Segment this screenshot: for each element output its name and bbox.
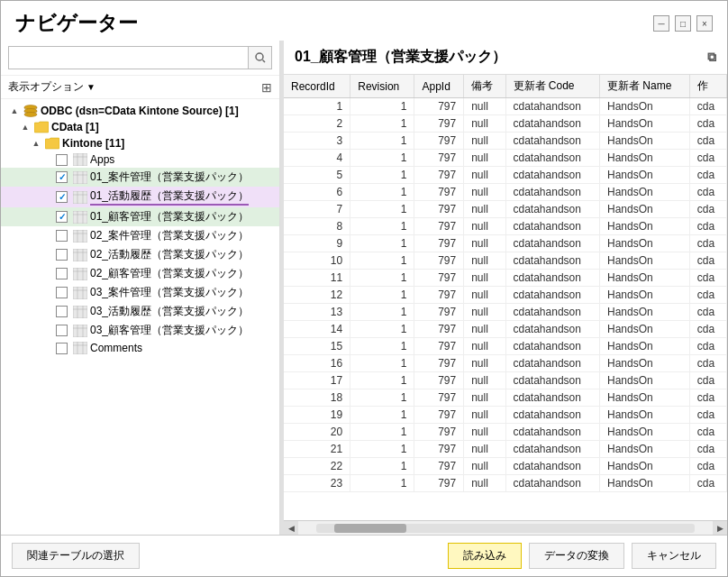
scroll-thumb[interactable]	[334, 524, 406, 533]
checkbox-item9[interactable]	[56, 325, 68, 336]
options-extra-icon[interactable]: ⊞	[261, 80, 272, 95]
table-row[interactable]: 231797nullcdatahandsonHandsOncda	[284, 475, 727, 492]
search-button[interactable]	[249, 46, 272, 69]
related-table-button[interactable]: 関連テーブルの選択	[12, 543, 140, 569]
checkbox-item6[interactable]	[56, 268, 68, 279]
bottom-left: 関連テーブルの選択	[12, 543, 140, 569]
minimize-button[interactable]: ─	[653, 15, 669, 32]
checkbox-item4[interactable]	[56, 230, 68, 242]
table-row[interactable]: 171797nullcdatahandsonHandsOncda	[284, 372, 727, 389]
tree-item-apps[interactable]: Apps	[1, 151, 279, 168]
tree-item-odbc[interactable]: ▲ODBC (dsn=CData Kintone Source) [1]	[1, 103, 279, 119]
tree-container[interactable]: ▲ODBC (dsn=CData Kintone Source) [1]▲CDa…	[1, 99, 279, 535]
tree-item-item8[interactable]: 03_活動履歴（営業支援パック）	[1, 302, 279, 321]
table-row[interactable]: 121797nullcdatahandsonHandsOncda	[284, 287, 727, 304]
tree-item-item6[interactable]: 02_顧客管理（営業支援パック）	[1, 264, 279, 283]
checkbox-item2[interactable]	[56, 191, 68, 203]
table-row[interactable]: 61797nullcdatahandsonHandsOncda	[284, 184, 727, 201]
left-panel: 表示オプション ▼ ⊞ ▲ODBC (dsn=CData Kintone Sou…	[1, 41, 280, 535]
checkbox-comments[interactable]	[56, 343, 68, 354]
svg-rect-13	[73, 191, 87, 204]
tree-item-item9[interactable]: 03_顧客管理（営業支援パック）	[1, 321, 279, 340]
table-row[interactable]: 81797nullcdatahandsonHandsOncda	[284, 218, 727, 235]
checkbox-item7[interactable]	[56, 287, 68, 298]
maximize-button[interactable]: □	[675, 15, 691, 32]
table-icon	[73, 342, 87, 354]
table-row[interactable]: 91797nullcdatahandsonHandsOncda	[284, 235, 727, 252]
table-cell: cda	[689, 389, 726, 407]
table-cell: HandsOn	[599, 115, 689, 133]
expand-icon[interactable]: ▲	[8, 105, 21, 117]
title-bar: ナビゲーター ─ □ ×	[1, 1, 727, 41]
table-cell: 797	[414, 372, 464, 389]
table-cell: 1	[350, 372, 414, 389]
table-cell: null	[464, 338, 505, 355]
table-row[interactable]: 41797nullcdatahandsonHandsOncda	[284, 150, 727, 167]
col-header-Revision: Revision	[350, 75, 414, 98]
table-cell: null	[464, 441, 505, 458]
svg-rect-41	[73, 325, 87, 337]
data-table-wrapper[interactable]: RecordIdRevisionAppId備考更新者 Code更新者 Name作…	[284, 75, 727, 520]
cancel-button[interactable]: キャンセル	[632, 543, 716, 569]
scroll-left-arrow[interactable]: ◀	[284, 521, 298, 536]
transform-button[interactable]: データの変換	[529, 543, 624, 569]
table-row[interactable]: 111797nullcdatahandsonHandsOncda	[284, 270, 727, 287]
tree-item-kintone[interactable]: ▲Kintone [11]	[1, 135, 279, 151]
tree-item-item4[interactable]: 02_案件管理（営業支援パック）	[1, 226, 279, 245]
tree-item-item1[interactable]: 01_案件管理（営業支援パック）	[1, 168, 279, 187]
table-cell: HandsOn	[599, 389, 689, 407]
col-header-AppId: AppId	[414, 75, 464, 98]
table-row[interactable]: 101797nullcdatahandsonHandsOncda	[284, 252, 727, 270]
checkbox-item8[interactable]	[56, 306, 68, 317]
tree-label-item5: 02_活動履歴（営業支援パック）	[90, 247, 249, 262]
table-cell: cdatahandson	[505, 321, 599, 338]
table-row[interactable]: 131797nullcdatahandsonHandsOncda	[284, 304, 727, 321]
checkbox-apps[interactable]	[56, 154, 68, 166]
close-button[interactable]: ×	[696, 15, 713, 32]
table-row[interactable]: 221797nullcdatahandsonHandsOncda	[284, 458, 727, 475]
table-cell: cdatahandson	[505, 424, 599, 441]
tree-item-item2[interactable]: 01_活動履歴（営業支援パック）	[1, 187, 279, 207]
navigator-dialog: ナビゲーター ─ □ × 表示オプション	[0, 0, 728, 577]
search-input[interactable]	[8, 46, 249, 69]
tree-item-cdata[interactable]: ▲CData [1]	[1, 119, 279, 135]
table-row[interactable]: 11797nullcdatahandsonHandsOncda	[284, 98, 727, 115]
scroll-right-arrow[interactable]: ▶	[713, 521, 727, 536]
table-row[interactable]: 51797nullcdatahandsonHandsOncda	[284, 167, 727, 184]
display-options-link[interactable]: 表示オプション ▼	[8, 79, 96, 95]
table-row[interactable]: 161797nullcdatahandsonHandsOncda	[284, 355, 727, 372]
checkbox-item1[interactable]	[56, 171, 68, 183]
expand-icon[interactable]: ▲	[19, 121, 32, 133]
table-cell: cda	[689, 304, 726, 321]
load-button[interactable]: 読み込み	[448, 543, 522, 569]
table-row[interactable]: 141797nullcdatahandsonHandsOncda	[284, 321, 727, 338]
table-row[interactable]: 191797nullcdatahandsonHandsOncda	[284, 407, 727, 424]
table-row[interactable]: 21797nullcdatahandsonHandsOncda	[284, 115, 727, 133]
table-cell: 1	[350, 235, 414, 252]
table-cell: 797	[414, 458, 464, 475]
table-cell: 1	[350, 252, 414, 270]
table-row[interactable]: 31797nullcdatahandsonHandsOncda	[284, 133, 727, 150]
table-cell: cdatahandson	[505, 201, 599, 218]
table-cell: 1	[350, 389, 414, 407]
table-cell: null	[464, 389, 505, 407]
table-cell: HandsOn	[599, 218, 689, 235]
table-row[interactable]: 211797nullcdatahandsonHandsOncda	[284, 441, 727, 458]
tree-label-apps: Apps	[90, 153, 114, 166]
tree-item-item7[interactable]: 03_案件管理（営業支援パック）	[1, 283, 279, 302]
table-row[interactable]: 181797nullcdatahandsonHandsOncda	[284, 389, 727, 407]
horizontal-scrollbar[interactable]: ◀ ▶	[284, 520, 727, 535]
tree-item-item3[interactable]: 01_顧客管理（営業支援パック）	[1, 207, 279, 226]
checkbox-item3[interactable]	[56, 211, 68, 223]
folder-icon	[45, 137, 59, 150]
table-row[interactable]: 201797nullcdatahandsonHandsOncda	[284, 424, 727, 441]
tree-item-comments[interactable]: Comments	[1, 340, 279, 356]
checkbox-item5[interactable]	[56, 249, 68, 261]
table-row[interactable]: 151797nullcdatahandsonHandsOncda	[284, 338, 727, 355]
search-icon	[255, 52, 266, 63]
table-title: 01_顧客管理（営業支援パック） ⧉	[284, 41, 727, 75]
col-header-更新者-Code: 更新者 Code	[505, 75, 599, 98]
expand-icon[interactable]: ▲	[30, 137, 42, 150]
tree-item-item5[interactable]: 02_活動履歴（営業支援パック）	[1, 245, 279, 264]
table-row[interactable]: 71797nullcdatahandsonHandsOncda	[284, 201, 727, 218]
